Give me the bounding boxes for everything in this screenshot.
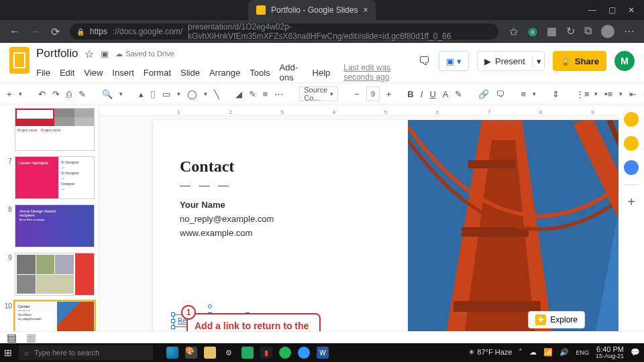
tray-volume-icon[interactable]: 🔊	[559, 348, 569, 357]
taskbar-app-2[interactable]: 🎨	[185, 347, 197, 359]
taskbar-search[interactable]: ⌕ Type here to search	[19, 345, 153, 360]
menu-help[interactable]: Help	[313, 68, 331, 78]
menu-view[interactable]: View	[84, 68, 103, 78]
menu-file[interactable]: File	[36, 68, 50, 78]
tab-close-icon[interactable]: ×	[363, 5, 368, 15]
select-tool[interactable]: ▴	[139, 89, 144, 99]
start-button[interactable]: ⊞	[4, 347, 12, 358]
grid-view-icon[interactable]: ▦	[26, 331, 36, 344]
undo-button[interactable]: ↶	[38, 89, 46, 99]
nav-reload-icon[interactable]: ⟳	[50, 26, 60, 37]
tray-expand-icon[interactable]: ˄	[519, 348, 523, 357]
menu-insert[interactable]: Insert	[112, 68, 134, 78]
outdent-button[interactable]: ⇤	[629, 89, 637, 99]
calendar-addon-icon[interactable]	[624, 112, 639, 127]
slide-website[interactable]: www.example.com	[180, 227, 274, 241]
text-color-button[interactable]: A	[443, 89, 449, 99]
taskbar-app-edge[interactable]	[166, 347, 178, 359]
num-list-button[interactable]: ⋮≡	[576, 89, 588, 99]
bullet-list-button[interactable]: •≡	[604, 89, 612, 99]
tray-notifications-icon[interactable]: 💬	[631, 348, 640, 357]
slide-heading[interactable]: Contact	[180, 158, 274, 176]
slide-thumb[interactable]: 7 Career highlightsSr Designer—Sr Design…	[4, 156, 95, 199]
italic-button[interactable]: I	[421, 89, 423, 99]
font-inc-button[interactable]: +	[386, 89, 392, 99]
comments-icon[interactable]: 🗨	[419, 54, 431, 68]
font-size-input[interactable]: 9	[366, 86, 380, 101]
slide-email[interactable]: no_reply@example.com	[180, 213, 274, 227]
side-expand-icon[interactable]: ›	[606, 314, 609, 326]
menu-format[interactable]: Format	[144, 68, 171, 78]
window-maximize-icon[interactable]: ▢	[608, 5, 616, 15]
slideshow-button[interactable]: ▣ ▾	[439, 51, 469, 71]
nav-back-icon[interactable]: ←	[9, 26, 20, 37]
print-button[interactable]: ⎙	[66, 89, 72, 99]
collections-icon[interactable]: ⧉	[584, 25, 592, 38]
highlight-button[interactable]: ✎	[455, 89, 462, 99]
underline-button[interactable]: U	[429, 89, 435, 99]
ext3-icon[interactable]: ↻	[566, 25, 575, 38]
doc-title[interactable]: Portfolio	[36, 47, 78, 60]
address-bar[interactable]: https://docs.google.com/presentation/d/1…	[70, 23, 498, 40]
slide-image[interactable]	[408, 120, 619, 331]
share-button[interactable]: 🔒 Share	[553, 51, 606, 71]
taskbar-app-settings[interactable]: ⚙	[223, 347, 235, 359]
profile-icon[interactable]	[601, 25, 614, 38]
shape-tool[interactable]: ◯	[187, 89, 197, 99]
window-close-icon[interactable]: ✕	[628, 5, 635, 15]
menu-edit[interactable]: Edit	[60, 68, 74, 78]
font-select[interactable]: Source Co...▾	[299, 86, 338, 101]
explore-button[interactable]: ✦ Explore	[528, 311, 585, 328]
tray-date[interactable]: 15-Aug-21	[596, 353, 624, 360]
bold-button[interactable]: B	[407, 89, 413, 99]
star-icon[interactable]	[85, 48, 94, 60]
tray-onedrive-icon[interactable]: ☁	[529, 348, 537, 357]
keep-addon-icon[interactable]	[624, 136, 639, 151]
image-tool[interactable]: ▭	[162, 89, 170, 99]
thumbnail-pane[interactable]: Project name Project name 7 Career highl…	[0, 105, 99, 331]
tray-network-icon[interactable]: 📶	[543, 348, 553, 357]
nav-forward-icon[interactable]: →	[30, 26, 40, 37]
font-dec-button[interactable]: −	[354, 89, 360, 99]
taskbar-app-spotify[interactable]	[279, 347, 291, 359]
slides-logo-icon[interactable]	[9, 47, 30, 74]
fill-color-button[interactable]: ◢	[235, 89, 242, 99]
menu-addons[interactable]: Add-ons	[280, 62, 303, 82]
new-slide-button[interactable]: +	[7, 89, 12, 99]
slide-thumb-active[interactable]: 10 Contact— — —Your Nameno_reply@example	[4, 301, 95, 331]
paint-format-button[interactable]: ✎	[78, 89, 86, 99]
slide-canvas[interactable]: Contact — — — Your Name no_reply@example…	[153, 120, 619, 331]
menu-arrange[interactable]: Arrange	[209, 68, 240, 78]
comment-button[interactable]: 🗨	[496, 89, 504, 99]
favorite-icon[interactable]: ✩	[508, 26, 519, 37]
ext2-icon[interactable]: ▦	[547, 25, 557, 38]
taskbar-app-word[interactable]: W	[317, 347, 329, 359]
redo-button[interactable]: ↷	[52, 89, 60, 99]
slide-canvas-area[interactable]: 123456789	[99, 105, 619, 331]
ext1-icon[interactable]: ◉	[528, 25, 537, 38]
taskbar-app-office[interactable]: ▮	[260, 347, 272, 359]
line-tool[interactable]: ╲	[214, 89, 219, 99]
taskbar-app-store[interactable]	[241, 347, 254, 359]
account-avatar[interactable]: M	[614, 51, 635, 71]
align-button[interactable]: ≡	[521, 89, 526, 99]
menu-icon[interactable]: ⋯	[624, 25, 635, 38]
textbox-tool[interactable]: ⌷	[150, 89, 156, 99]
zoom-button[interactable]: 🔍	[102, 89, 113, 99]
taskbar-app-qb[interactable]	[298, 347, 310, 359]
present-button[interactable]: ▶ Present▾	[477, 51, 545, 71]
menu-slide[interactable]: Slide	[180, 68, 200, 78]
border-color-button[interactable]: ✎	[249, 89, 256, 99]
new-slide-menu[interactable]: ▾	[19, 90, 22, 97]
slide-thumb[interactable]: Project name Project name	[4, 108, 95, 151]
tray-language[interactable]: ENG	[576, 349, 589, 356]
link-button[interactable]: 🔗	[478, 89, 489, 99]
browser-tab[interactable]: Portfolio - Google Slides ×	[248, 0, 376, 20]
tasks-addon-icon[interactable]	[624, 160, 639, 175]
slide-name[interactable]: Your Name	[180, 198, 274, 213]
border-weight-button[interactable]: ≡	[263, 89, 268, 99]
menu-tools[interactable]: Tools	[250, 68, 270, 78]
border-dash-button[interactable]: ⋯	[274, 89, 283, 99]
move-icon[interactable]: ▣	[101, 49, 109, 59]
taskbar-app-explorer[interactable]	[204, 347, 216, 359]
